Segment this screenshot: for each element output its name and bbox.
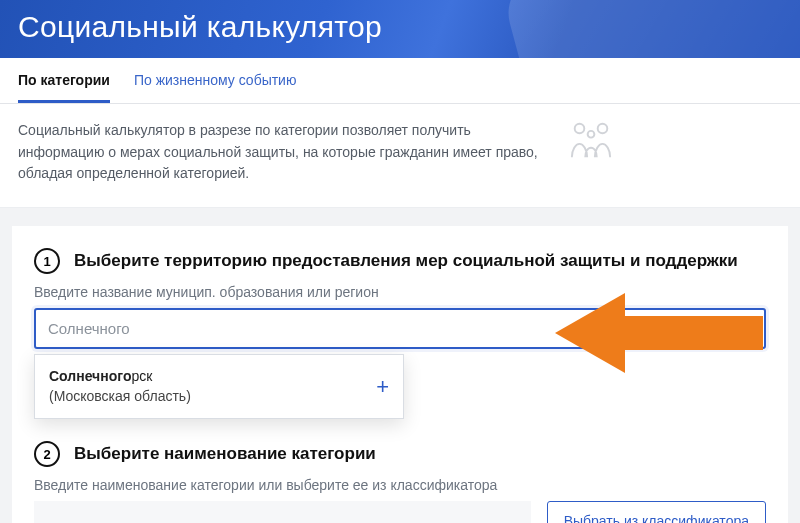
category-field-label: Введите наименование категории или выбер…	[34, 477, 766, 493]
tab-by-life-event[interactable]: По жизненному событию	[134, 58, 297, 103]
territory-suggestions: Солнечногорск (Московская область) +	[34, 354, 404, 419]
svg-point-2	[588, 131, 595, 138]
svg-point-0	[575, 124, 585, 134]
svg-point-1	[598, 124, 608, 134]
page-header: Социальный калькулятор	[0, 0, 800, 58]
step-1-title: Выберите территорию предоставления мер с…	[74, 251, 738, 271]
suggestion-text: Солнечногорск (Московская область)	[49, 367, 191, 406]
step-2-number: 2	[34, 441, 60, 467]
description-block: Социальный калькулятор в разрезе по кате…	[0, 104, 800, 208]
tabs-bar: По категории По жизненному событию	[0, 58, 800, 104]
step-1-number: 1	[34, 248, 60, 274]
choose-from-classifier-button[interactable]: Выбрать из классификатора	[547, 501, 766, 523]
form-card: 1 Выберите территорию предоставления мер…	[12, 226, 788, 523]
territory-input[interactable]	[34, 308, 766, 349]
step-2-header: 2 Выберите наименование категории	[34, 441, 766, 467]
plus-icon[interactable]: +	[376, 376, 389, 398]
tab-by-category[interactable]: По категории	[18, 58, 110, 103]
category-input[interactable]	[34, 501, 531, 523]
suggestion-match: Солнечного	[49, 368, 131, 384]
suggestion-item[interactable]: Солнечногорск (Московская область) +	[35, 355, 403, 418]
description-text: Социальный калькулятор в разрезе по кате…	[18, 120, 548, 185]
family-icon	[568, 120, 614, 160]
suggestion-rest: рск	[131, 368, 152, 384]
page-title: Социальный калькулятор	[18, 10, 782, 44]
step-2-title: Выберите наименование категории	[74, 444, 376, 464]
suggestion-sub: (Московская область)	[49, 388, 191, 404]
step-1-header: 1 Выберите территорию предоставления мер…	[34, 248, 766, 274]
territory-field-label: Введите название муницип. образования ил…	[34, 284, 766, 300]
